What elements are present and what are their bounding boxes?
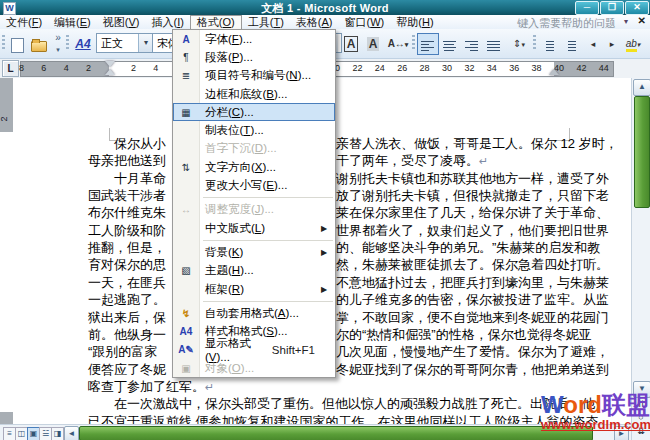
menubar-item-5[interactable]: 格式(O) <box>190 15 242 29</box>
format-menu-item-12[interactable]: 中文版式(L)▶ <box>173 219 335 237</box>
close-document-icon[interactable]: ✕ <box>638 15 646 26</box>
toolbar-grip[interactable] <box>2 35 5 51</box>
format-menu-item-18[interactable]: ↯自动套用格式(A)... <box>173 304 335 322</box>
format-menu-item-3[interactable]: ≣项目符号和编号(N)... <box>173 67 335 85</box>
right-indent-marker[interactable] <box>549 69 559 75</box>
styles-formatting-pane-button[interactable]: A4 <box>72 33 94 55</box>
reading-layout-view-button[interactable]: ◨ <box>51 427 64 440</box>
horizontal-scrollbar-row: ≡◫▣☱◨ ◄ ► <box>0 424 631 440</box>
character-border-button[interactable]: A <box>340 33 362 55</box>
horizontal-scroll-thumb[interactable] <box>79 426 593 440</box>
watermark: Word联盟 www.wordlm.com <box>541 393 650 431</box>
hanging-indent-marker[interactable] <box>105 69 115 75</box>
menubar-item-8[interactable]: 窗口(W) <box>339 15 391 29</box>
format-menu-item-2[interactable]: ¶段落(P)... <box>173 48 335 66</box>
ruler-number: 8 <box>16 63 26 73</box>
menu-separator <box>203 197 333 198</box>
format-menu-item-4[interactable]: 边框和底纹(B)... <box>173 85 335 103</box>
line-left-fragment: 保尔从小 <box>114 135 166 152</box>
ruler-number: 6 <box>39 63 49 73</box>
format-menu-item-20[interactable]: A✎显示格式(V)...Shift+F1 <box>173 341 335 359</box>
toolbar-options-button[interactable]: »▾ <box>52 32 64 54</box>
menubar-item-9[interactable]: 帮助(H) <box>390 15 439 29</box>
line-left-fragment: 布尔什维克朱 <box>88 204 166 221</box>
menubar-item-7[interactable]: 表格(A) <box>290 15 339 29</box>
minimize-button[interactable]: ─ <box>575 1 599 15</box>
menubar-item-3[interactable]: 视图(V) <box>97 15 146 29</box>
ruler-number: 2 <box>84 63 94 73</box>
character-shading-button[interactable]: A <box>362 33 384 55</box>
bullets-button[interactable] <box>560 33 582 55</box>
menu-item-label: 调整宽度(J)... <box>199 202 321 217</box>
ruler-number: 34 <box>487 63 497 73</box>
scroll-left-icon[interactable]: ◄ <box>64 426 79 440</box>
menubar: 文件(F)编辑(E)视图(V)插入(I)格式(O)工具(T)表格(A)窗口(W)… <box>0 15 650 30</box>
format-menu-item-5[interactable]: ▦分栏(C)... <box>173 103 335 121</box>
object-icon: ▣ <box>173 363 199 374</box>
line-right-fragment: 莱在保尔家里住了几天，给保尔讲了关于革命、 <box>336 204 609 221</box>
line-spacing-button[interactable]: ⇕▾ <box>505 33 533 55</box>
style-combo-arrow-icon[interactable]: ▾ <box>138 34 153 52</box>
style-combo[interactable]: 正文 ▾ <box>96 33 154 53</box>
menubar-item-6[interactable]: 工具(T) <box>242 15 290 29</box>
format-menu-item-14[interactable]: 背景(K)▶ <box>173 243 335 261</box>
vertical-scrollbar[interactable]: ▲ ▼ <box>631 78 650 398</box>
styles-formatting-icon: A4 <box>173 326 199 337</box>
format-menu-item-21: ▣对象(O)... <box>173 359 335 377</box>
ruler-number: 24 <box>375 63 385 73</box>
format-menu-popup: A字体(F)...¶段落(P)...≣项目符号和编号(N)...边框和底纹(B)… <box>172 29 336 378</box>
ruler-number: 32 <box>464 63 474 73</box>
format-menu-item-1[interactable]: A字体(F)... <box>173 30 335 48</box>
distribute-button[interactable] <box>483 33 505 55</box>
theme-icon: ▧ <box>173 265 199 276</box>
menubar-item-4[interactable]: 插入(I) <box>145 15 189 29</box>
ruler-number: 28 <box>420 63 430 73</box>
line-right-fragment: 放了谢别托夫卡镇，但很快就撤走了，只留下老 <box>336 187 609 204</box>
numbering-button[interactable] <box>538 33 560 55</box>
menu-item-label: 自动套用格式(A)... <box>199 306 321 321</box>
first-line-indent-marker[interactable] <box>105 61 115 67</box>
ruler-number: 26 <box>397 63 407 73</box>
adjust-width-icon: ↔ <box>173 204 199 215</box>
open-button[interactable] <box>28 33 50 55</box>
ruler-number: 4 <box>61 63 71 73</box>
restore-button[interactable]: ❐ <box>600 1 624 15</box>
menu-item-label: 边框和底纹(B)... <box>199 87 321 102</box>
scroll-up-icon[interactable]: ▲ <box>633 79 650 96</box>
line-right-fragment: 冬妮亚找到了保尔的哥哥阿尔青，他把弟弟送到 <box>336 361 609 378</box>
close-button[interactable]: ✕ <box>625 1 649 15</box>
word-window: W 文档 1 - Microsoft Word ─ ❐ ✕ 文件(F)编辑(E)… <box>0 0 650 440</box>
line-right-fragment: 世界都着火了，奴隶们起义了，他们要把旧世界 <box>336 222 609 239</box>
highlight-button[interactable]: ab▾ <box>620 33 646 55</box>
help-dropdown-icon[interactable]: ▾ <box>624 17 628 26</box>
toolbar-grip[interactable] <box>66 35 69 51</box>
submenu-arrow-icon: ▶ <box>321 285 335 294</box>
align-center-button[interactable] <box>439 33 461 55</box>
watermark-url: www.wordlm.com <box>541 418 650 431</box>
format-menu-item-11: ↔调整宽度(J)... <box>173 201 335 219</box>
menubar-item-2[interactable]: 编辑(E) <box>48 15 97 29</box>
line-left-fragment: “跟别的富家 <box>88 343 157 360</box>
menubar-item-1[interactable]: 文件(F) <box>0 15 48 29</box>
menu-item-label: 对象(O)... <box>199 361 321 376</box>
new-document-icon <box>11 38 24 53</box>
vertical-scroll-thumb[interactable] <box>634 96 650 208</box>
format-menu-item-8[interactable]: ⇅文字方向(X)... <box>173 158 335 176</box>
distribute-icon <box>487 39 500 49</box>
line-left-fragment: 十月革命 <box>114 170 166 187</box>
ruler-number: 44 <box>599 63 609 73</box>
align-left-button[interactable] <box>417 33 439 55</box>
paragraph-icon: ¶ <box>173 52 199 63</box>
reveal-formatting-icon: A✎ <box>173 344 199 355</box>
character-scaling-button[interactable]: A↔▾ <box>384 33 412 55</box>
align-right-button[interactable] <box>461 33 483 55</box>
format-menu-item-15[interactable]: ▧主题(H)... <box>173 262 335 280</box>
line-right-fragment: 的、能够坚决斗争的弟兄。”朱赫莱的启发和教 <box>336 239 600 256</box>
new-document-button[interactable] <box>6 33 28 55</box>
line-right-fragment: 掌，不敢回家，便不自觉地来到冬妮亚的花园门 <box>336 309 609 326</box>
format-menu-item-6[interactable]: 制表位(T)... <box>173 121 335 139</box>
format-menu-item-16[interactable]: 框架(R)▶ <box>173 280 335 298</box>
autoformat-icon: ↯ <box>173 308 199 319</box>
format-menu-item-9[interactable]: 更改大小写(E)... <box>173 176 335 194</box>
line-right-fragment: 的儿子维克多的告密，保尔被投进了监牢。从监 <box>336 291 609 308</box>
